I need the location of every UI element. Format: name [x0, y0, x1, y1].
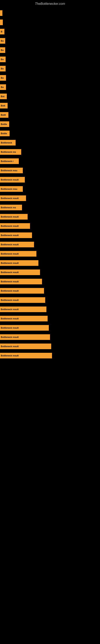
bar-row-31: Bottleneck result — [0, 297, 100, 303]
bar-gap-20 — [0, 192, 100, 196]
bar-gap-25 — [0, 238, 100, 242]
bar-gap-11 — [0, 108, 100, 112]
bar-label-16: Bottleneck r — [1, 160, 14, 162]
bar-gap-23 — [0, 220, 100, 223]
bar-label-10: Bott — [1, 104, 5, 107]
bar-gap-21 — [0, 201, 100, 205]
bar-row-8: Bo — [0, 84, 100, 90]
bar-label-9: Bot — [1, 95, 4, 98]
bar-2: B — [0, 29, 4, 34]
bar-18: Bottleneck result — [0, 177, 25, 182]
bar-label-34: Bottleneck result — [1, 327, 19, 329]
bar-31: Bottleneck result — [0, 297, 45, 303]
bar-gap-37 — [0, 349, 100, 353]
bar-row-29: Bottleneck result — [0, 279, 100, 284]
bar-row-5: Bo — [0, 56, 100, 62]
bar-37: Bottleneck result — [0, 353, 52, 358]
bar-6: Bo — [0, 66, 6, 72]
bar-row-20: Bottleneck result — [0, 196, 100, 201]
bar-label-3: Bo — [1, 40, 4, 42]
bar-9: Bot — [0, 94, 7, 99]
bar-row-21: Bottleneck res — [0, 205, 100, 210]
bar-17: Bottleneck resu — [0, 168, 23, 173]
bar-1 — [0, 20, 3, 25]
bar-gap-29 — [0, 275, 100, 279]
bar-row-2: B — [0, 29, 100, 34]
bar-gap-30 — [0, 284, 100, 288]
bar-29: Bottleneck result — [0, 279, 42, 284]
bar-gap-4 — [0, 44, 100, 47]
bar-8: Bo — [0, 84, 6, 90]
bar-row-1 — [0, 20, 100, 25]
site-title: TheBottlenecker.com — [0, 0, 100, 7]
bar-label-31: Bottleneck result — [1, 299, 19, 301]
bar-gap-22 — [0, 210, 100, 214]
bar-label-18: Bottleneck result — [1, 178, 19, 181]
bar-row-0 — [0, 10, 100, 16]
bar-23: Bottleneck result — [0, 223, 30, 229]
bar-32: Bottleneck result — [0, 306, 47, 312]
bar-label-22: Bottleneck result — [1, 216, 19, 218]
bar-row-32: Bottleneck result — [0, 306, 100, 312]
bar-row-15: Bottleneck res — [0, 149, 100, 155]
bar-4: Bo — [0, 47, 5, 53]
bar-27: Bottleneck result — [0, 260, 38, 266]
bar-row-12: Bottle — [0, 121, 100, 127]
bar-15: Bottleneck res — [0, 149, 21, 155]
bar-label-15: Bottleneck res — [1, 151, 16, 153]
bar-gap-36 — [0, 340, 100, 344]
bar-row-13: Bottle — [0, 130, 100, 136]
bar-0 — [0, 10, 2, 16]
bar-label-27: Bottleneck result — [1, 262, 19, 264]
bar-36: Bottleneck result — [0, 344, 51, 349]
bar-25: Bottleneck result — [0, 242, 34, 247]
bar-21: Bottleneck res — [0, 205, 22, 210]
bar-label-5: Bo — [1, 58, 4, 60]
bar-label-14: Bottleneck — [1, 142, 12, 144]
bar-gap-1 — [0, 16, 100, 20]
bar-14: Bottleneck — [0, 140, 16, 146]
bar-gap-17 — [0, 164, 100, 168]
bar-row-27: Bottleneck result — [0, 260, 100, 266]
bar-22: Bottleneck result — [0, 214, 28, 220]
bar-26: Bottleneck result — [0, 251, 36, 256]
bar-row-34: Bottleneck result — [0, 325, 100, 331]
bar-row-30: Bottleneck result — [0, 288, 100, 294]
bar-gap-24 — [0, 229, 100, 232]
bar-label-23: Bottleneck result — [1, 225, 19, 227]
bar-gap-5 — [0, 53, 100, 56]
bar-label-4: Bo — [1, 49, 4, 51]
bar-33: Bottleneck result — [0, 316, 48, 322]
bar-row-11: Bottl — [0, 112, 100, 118]
bar-gap-27 — [0, 256, 100, 260]
bar-label-6: Bo — [1, 68, 4, 70]
bar-gap-9 — [0, 90, 100, 94]
bar-5: Bo — [0, 56, 6, 62]
bar-row-26: Bottleneck result — [0, 251, 100, 256]
bar-row-35: Bottleneck result — [0, 334, 100, 340]
bar-label-19: Bottleneck resu — [1, 188, 17, 190]
bar-gap-28 — [0, 266, 100, 270]
bar-24: Bottleneck result — [0, 232, 32, 238]
bar-row-28: Bottleneck result — [0, 270, 100, 275]
bar-row-4: Bo — [0, 47, 100, 53]
bar-11: Bottl — [0, 112, 8, 118]
bar-gap-33 — [0, 312, 100, 316]
bar-row-7: Bo — [0, 75, 100, 81]
bar-gap-35 — [0, 331, 100, 334]
bar-label-28: Bottleneck result — [1, 271, 19, 274]
bar-gap-31 — [0, 294, 100, 297]
bar-label-33: Bottleneck result — [1, 317, 19, 320]
bar-gap-6 — [0, 62, 100, 66]
bar-label-26: Bottleneck result — [1, 252, 19, 255]
bar-gap-2 — [0, 25, 100, 29]
bar-label-20: Bottleneck result — [1, 197, 19, 200]
bar-gap-7 — [0, 72, 100, 75]
bar-3: Bo — [0, 38, 5, 44]
bar-row-3: Bo — [0, 38, 100, 44]
bar-row-22: Bottleneck result — [0, 214, 100, 220]
bar-gap-32 — [0, 303, 100, 306]
bar-gap-13 — [0, 127, 100, 130]
bar-label-12: Bottle — [1, 123, 7, 126]
bar-gap-19 — [0, 182, 100, 186]
